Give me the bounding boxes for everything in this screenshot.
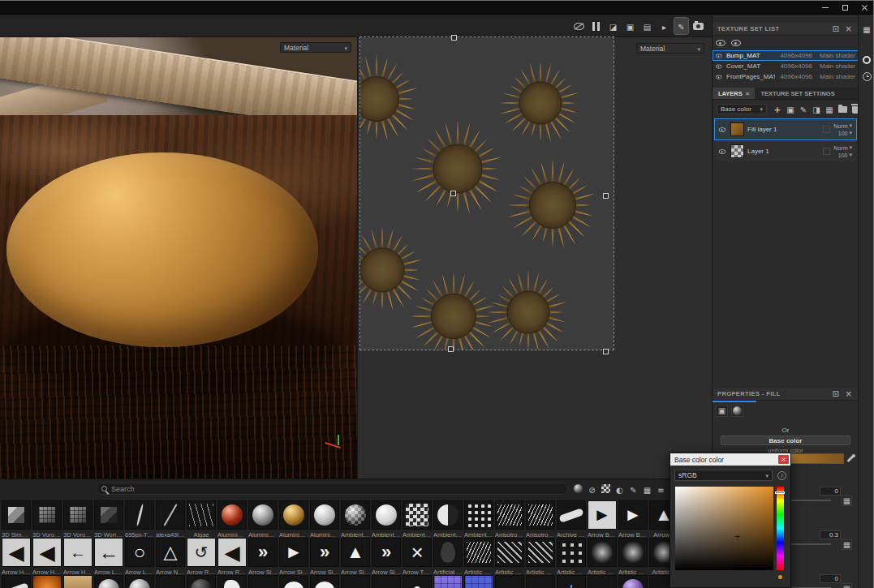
shading-mode-dropdown-2d[interactable]: Material — [636, 43, 704, 54]
opacity-dropdown[interactable]: 100 — [838, 152, 852, 158]
transform-top-handle[interactable] — [451, 35, 457, 41]
asset-item[interactable] — [310, 575, 339, 588]
asset-item[interactable]: Artistic Ha... — [526, 538, 555, 576]
asset-item[interactable]: Arrow Neg... — [156, 538, 185, 576]
fill-properties-tab[interactable] — [716, 405, 728, 417]
close-button[interactable] — [855, 0, 874, 15]
asset-item[interactable]: Arrow Sim... — [341, 538, 370, 576]
hue-slider-handle[interactable] — [775, 491, 785, 494]
slider-value[interactable]: 0 — [820, 487, 841, 496]
texture-slot-button[interactable] — [842, 539, 852, 550]
color-picker-icon[interactable] — [846, 454, 855, 463]
asset-item[interactable]: Arrow Loop — [125, 538, 154, 576]
opacity-dropdown[interactable]: 100 — [838, 130, 852, 136]
layer-mask-slot[interactable] — [823, 126, 830, 133]
camera-tool-button[interactable] — [691, 18, 705, 34]
asset-item[interactable]: Arrow Hea... — [63, 538, 93, 576]
channel-filter-dropdown[interactable]: Base color — [717, 104, 767, 114]
asset-item[interactable] — [217, 575, 247, 588]
texture-set-visibility-icon[interactable] — [716, 54, 721, 58]
asset-item[interactable]: Arrow Long — [94, 538, 123, 576]
shading-mode-dropdown-3d[interactable]: Material — [280, 42, 351, 53]
texture-set-visibility-icon[interactable] — [716, 64, 721, 68]
asset-item[interactable] — [156, 575, 185, 588]
asset-item[interactable] — [403, 575, 432, 588]
filter-materials-button[interactable] — [573, 483, 583, 494]
texture-set-row[interactable]: Cover_MAT4096x4096Main shader — [713, 61, 859, 71]
filter-smart-materials-button[interactable] — [587, 483, 597, 494]
asset-item[interactable]: Arrow Ben... — [618, 500, 648, 539]
slider-value[interactable]: 0 — [820, 574, 841, 583]
pause-engine-button[interactable] — [589, 18, 603, 34]
hue-slider[interactable] — [777, 487, 784, 570]
paint-tool-button[interactable] — [674, 18, 688, 34]
tab-texture-set-settings[interactable]: TEXTURE SET SETTINGS — [755, 88, 840, 99]
uv-canvas[interactable] — [360, 37, 614, 350]
asset-item[interactable] — [248, 575, 278, 588]
asset-item[interactable]: 3D Worley... — [94, 500, 123, 539]
layer-row[interactable]: Layer 1Norm100 — [715, 141, 856, 161]
add-mask-icon[interactable] — [811, 103, 822, 114]
asset-item[interactable]: Arrow Sim... — [310, 538, 339, 576]
asset-item[interactable] — [464, 575, 493, 588]
layer-mask-slot[interactable] — [823, 148, 830, 155]
viewer-settings-button[interactable] — [572, 18, 586, 34]
transform-bottom-handle[interactable] — [448, 346, 454, 352]
asset-item[interactable] — [588, 575, 617, 588]
assets-panel-icon[interactable] — [859, 52, 874, 68]
color-cursor[interactable]: + — [734, 531, 741, 542]
asset-item[interactable]: Arrow Rou... — [217, 538, 247, 576]
display-settings-icon[interactable] — [859, 21, 874, 37]
lazy-mouse-button[interactable] — [657, 18, 671, 34]
asset-item[interactable]: Ambient O... — [341, 500, 370, 539]
asset-item[interactable] — [125, 575, 154, 588]
asset-item[interactable]: Artificial Le... — [433, 538, 463, 576]
asset-item[interactable]: Arrow Band — [588, 500, 617, 539]
asset-item[interactable]: 3D Simple... — [2, 500, 31, 539]
viewport-3d[interactable]: Material — [0, 37, 357, 479]
saturation-value-area[interactable] — [675, 487, 773, 570]
add-smart-material-icon[interactable] — [824, 103, 835, 114]
asset-item[interactable]: Aluminium... — [279, 500, 308, 539]
asset-item[interactable]: Ambient O... — [464, 500, 493, 539]
asset-item[interactable] — [557, 575, 586, 588]
asset-item[interactable]: Artistic Sof... — [588, 538, 617, 576]
asset-item[interactable]: Arrow Hea... — [2, 538, 31, 576]
filter-alphas-button[interactable] — [642, 483, 652, 494]
asset-item[interactable]: 3D Voronoi — [32, 500, 62, 539]
asset-item[interactable]: Anisotropic... — [526, 500, 555, 539]
undock-panel-icon[interactable] — [831, 389, 841, 399]
close-panel-icon[interactable] — [844, 24, 854, 34]
filter-filters-button[interactable] — [656, 483, 666, 494]
history-panel-icon[interactable] — [859, 68, 874, 84]
close-panel-icon[interactable] — [844, 389, 854, 399]
add-group-icon[interactable] — [837, 103, 848, 114]
material-properties-tab[interactable] — [731, 405, 743, 417]
asset-item[interactable]: Arrow Hea... — [32, 538, 62, 576]
texture-slot-button[interactable] — [842, 583, 852, 588]
asset-item[interactable] — [372, 575, 401, 588]
asset-item[interactable]: Archive Ink... — [557, 500, 586, 539]
asset-item[interactable]: 695px-The... — [125, 500, 154, 539]
blend-mode-dropdown[interactable]: Norm — [833, 122, 852, 129]
asset-item[interactable]: Arrow Sim... — [248, 538, 278, 576]
asset-item[interactable] — [495, 575, 524, 588]
viewport-2d[interactable]: Material — [357, 37, 712, 479]
asset-item[interactable] — [63, 575, 93, 588]
tab-layers[interactable]: LAYERS — [713, 88, 755, 99]
asset-item[interactable]: Aluminium... — [217, 500, 247, 539]
transform-center-handle[interactable] — [450, 191, 456, 196]
projection-mode-button[interactable] — [623, 18, 637, 34]
asset-item[interactable]: Aluminium... — [248, 500, 278, 539]
texture-slot-button[interactable] — [842, 496, 852, 506]
asset-item[interactable] — [2, 575, 31, 588]
asset-item[interactable]: Algae — [187, 500, 216, 539]
texture-set-row[interactable]: FrontPages_MAT4096x4096Main shader — [713, 71, 859, 82]
asset-item[interactable]: Aluminium... — [310, 500, 339, 539]
undock-panel-icon[interactable] — [831, 24, 841, 34]
blend-mode-dropdown[interactable]: Norm — [833, 144, 852, 151]
asset-item[interactable]: Artistic Sof... — [618, 538, 648, 576]
asset-item[interactable]: Arrow Targ... — [403, 538, 432, 576]
asset-item[interactable] — [94, 575, 123, 588]
asset-item[interactable]: Arrow Sim... — [372, 538, 401, 576]
